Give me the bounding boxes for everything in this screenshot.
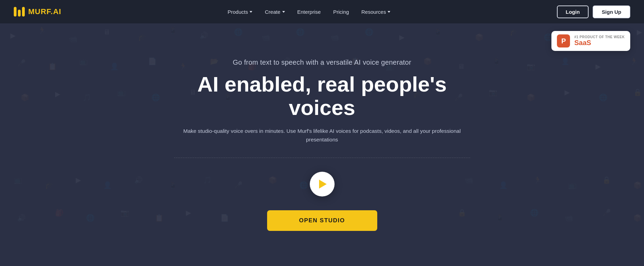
svg-text:🎤: 🎤 xyxy=(602,209,611,217)
logo-bar-1 xyxy=(14,7,17,17)
svg-text:📺: 📺 xyxy=(117,88,126,96)
svg-text:▶: ▶ xyxy=(399,33,405,41)
svg-text:📹: 📹 xyxy=(69,35,77,43)
svg-text:👤: 👤 xyxy=(103,181,112,189)
hero-section: .bgic { fill: rgba(255,255,255,0.055); f… xyxy=(0,0,644,266)
hero-description: Make studio-quality voice overs in minut… xyxy=(174,127,470,144)
svg-text:📱: 📱 xyxy=(434,28,442,36)
svg-text:🏃: 🏃 xyxy=(534,176,542,184)
svg-text:🌐: 🌐 xyxy=(234,28,243,36)
svg-text:▶: ▶ xyxy=(55,90,61,98)
open-studio-button[interactable]: OPEN STUDIO xyxy=(267,210,377,231)
divider xyxy=(174,158,470,158)
svg-text:🌐: 🌐 xyxy=(151,93,160,102)
svg-text:▶: ▶ xyxy=(595,63,601,70)
logo-bar-2 xyxy=(18,10,21,17)
svg-text:📄: 📄 xyxy=(148,57,157,65)
svg-text:🎤: 🎤 xyxy=(17,59,26,67)
svg-text:🏃: 🏃 xyxy=(630,57,638,65)
svg-text:📦: 📦 xyxy=(475,33,484,41)
svg-text:▶: ▶ xyxy=(637,28,642,36)
svg-text:🎒: 🎒 xyxy=(55,209,64,217)
hero-title: AI enabled, real people's voices xyxy=(174,73,470,119)
svg-text:📱: 📱 xyxy=(496,214,504,222)
nav-enterprise[interactable]: Enterprise xyxy=(297,9,321,15)
chevron-down-icon xyxy=(282,11,285,13)
auth-buttons: Login Sign Up xyxy=(557,6,631,18)
svg-text:📦: 📦 xyxy=(527,93,535,102)
logo-bar-3 xyxy=(22,7,25,17)
svg-text:🌐: 🌐 xyxy=(365,28,373,36)
svg-text:🌐: 🌐 xyxy=(544,33,552,41)
svg-text:🏃: 🏃 xyxy=(38,26,46,34)
svg-text:📹: 📹 xyxy=(262,33,270,41)
svg-text:▶: ▶ xyxy=(10,32,16,39)
svg-text:🖥: 🖥 xyxy=(103,28,110,36)
svg-text:🌐: 🌐 xyxy=(530,209,539,217)
svg-text:▶: ▶ xyxy=(564,88,570,96)
svg-text:📦: 📦 xyxy=(21,93,29,102)
svg-text:📋: 📋 xyxy=(155,214,163,222)
svg-text:🔊: 🔊 xyxy=(17,214,26,222)
play-button-wrap xyxy=(174,172,470,196)
svg-text:👤: 👤 xyxy=(561,57,570,65)
svg-text:▶: ▶ xyxy=(76,176,81,184)
logo-icon[interactable] xyxy=(14,7,25,17)
svg-text:🎓: 🎓 xyxy=(45,181,53,189)
logo-area: MURF.AI xyxy=(14,7,61,17)
signup-button[interactable]: Sign Up xyxy=(593,6,630,18)
svg-text:📺: 📺 xyxy=(14,176,22,184)
brand-name[interactable]: MURF.AI xyxy=(28,7,61,16)
svg-text:📹: 📹 xyxy=(330,33,339,41)
svg-text:📷: 📷 xyxy=(527,62,535,71)
nav-links: Products Create Enterprise Pricing Resou… xyxy=(228,9,390,15)
svg-text:📷: 📷 xyxy=(120,209,129,217)
nav-pricing[interactable]: Pricing xyxy=(333,9,349,15)
svg-text:📷: 📷 xyxy=(489,88,497,96)
svg-text:📱: 📱 xyxy=(169,26,177,34)
svg-text:🌐: 🌐 xyxy=(296,28,305,36)
svg-text:🌐: 🌐 xyxy=(86,214,95,222)
svg-text:🔒: 🔒 xyxy=(633,88,642,96)
chevron-down-icon xyxy=(250,11,252,13)
play-button[interactable] xyxy=(310,172,335,196)
svg-text:🎓: 🎓 xyxy=(509,28,518,36)
nav-resources[interactable]: Resources xyxy=(361,9,391,15)
svg-text:📦: 📦 xyxy=(633,214,642,222)
badge-text: #1 PRODUCT OF THE WEEK SaaS xyxy=(574,35,625,47)
nav-products[interactable]: Products xyxy=(228,9,252,15)
navbar: MURF.AI Products Create Enterprise Prici… xyxy=(0,0,644,23)
svg-text:🔊: 🔊 xyxy=(200,31,208,40)
play-icon xyxy=(319,180,327,189)
chevron-down-icon xyxy=(388,11,390,13)
svg-text:🌐: 🌐 xyxy=(599,93,608,102)
producthunt-icon: P xyxy=(557,34,570,47)
svg-text:📦: 📦 xyxy=(633,181,642,189)
hero-content: Go from text to speech with a versatile … xyxy=(167,58,477,231)
svg-text:📺: 📺 xyxy=(79,57,88,65)
svg-text:🎵: 🎵 xyxy=(83,93,91,102)
svg-text:🔒: 🔒 xyxy=(602,176,611,184)
hero-subtitle: Go from text to speech with a versatile … xyxy=(174,58,470,66)
product-of-week-badge[interactable]: P #1 PRODUCT OF THE WEEK SaaS xyxy=(551,31,630,51)
svg-text:📺: 📺 xyxy=(568,181,577,189)
svg-text:👤: 👤 xyxy=(499,181,508,189)
svg-text:📱: 📱 xyxy=(492,57,501,65)
nav-create[interactable]: Create xyxy=(265,9,285,15)
svg-text:👤: 👤 xyxy=(110,62,119,71)
login-button[interactable]: Login xyxy=(557,6,589,18)
svg-text:🎓: 🎓 xyxy=(138,33,146,41)
svg-text:📋: 📋 xyxy=(48,62,57,71)
svg-text:🔊: 🔊 xyxy=(134,176,143,184)
svg-text:📹: 📹 xyxy=(564,214,573,222)
